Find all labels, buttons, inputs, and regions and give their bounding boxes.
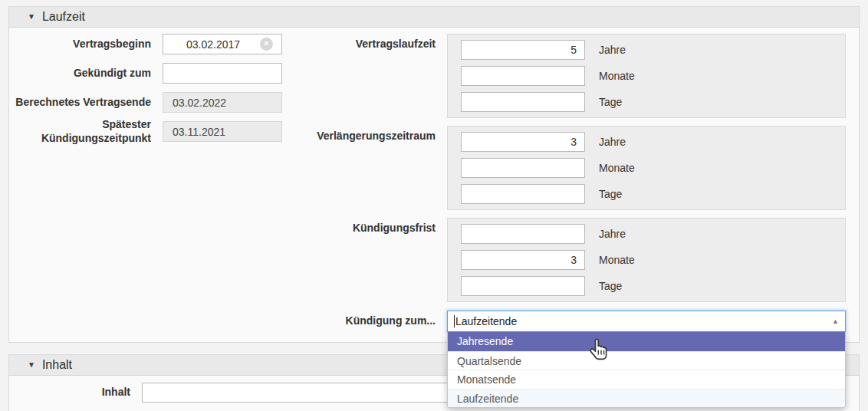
option-laufzeitende[interactable]: Laufzeitende bbox=[448, 389, 845, 408]
tage-unit-label: Tage bbox=[599, 276, 622, 296]
option-quartalsende[interactable]: Quartalsende bbox=[448, 351, 845, 370]
verlaengerungszeitraum-label: Verlängerungszeitraum bbox=[291, 127, 436, 146]
chevron-up-icon[interactable]: ▲ bbox=[832, 317, 839, 325]
berechnetes-vertragsende-label: Berechnetes Vertragsende bbox=[8, 92, 151, 113]
kuendigung-zum-dropdown: Jahresende Quartalsende Monatsende Laufz… bbox=[447, 332, 846, 408]
option-jahresende[interactable]: Jahresende bbox=[448, 332, 845, 351]
kuendigungsfrist-jahre-input[interactable] bbox=[461, 224, 585, 244]
jahre-unit-label: Jahre bbox=[599, 40, 626, 60]
monate-unit-label: Monate bbox=[599, 66, 635, 86]
monate-unit-label: Monate bbox=[599, 158, 635, 178]
option-monatsende[interactable]: Monatsende bbox=[448, 370, 845, 389]
monate-unit-label: Monate bbox=[599, 250, 635, 270]
inhalt-label: Inhalt bbox=[0, 383, 130, 403]
clear-icon[interactable]: ✕ bbox=[260, 38, 273, 51]
collapse-icon[interactable]: ▼ bbox=[28, 361, 35, 369]
vertragslaufzeit-jahre-input[interactable] bbox=[461, 40, 585, 60]
jahre-unit-label: Jahre bbox=[599, 224, 626, 244]
gekuendigt-zum-label: Gekündigt zum bbox=[8, 63, 151, 84]
verlaengerungszeitraum-group: Jahre Monate Tage bbox=[447, 126, 846, 210]
vertragslaufzeit-group: Jahre Monate Tage bbox=[447, 34, 846, 118]
kuendigungsfrist-tage-input[interactable] bbox=[461, 276, 585, 296]
verlaengerung-monate-input[interactable] bbox=[461, 158, 585, 178]
tage-unit-label: Tage bbox=[599, 92, 622, 112]
vertragsbeginn-label: Vertragsbeginn bbox=[8, 34, 151, 54]
spaetester-kuendigungszeitpunkt-field bbox=[163, 121, 282, 142]
vertragslaufzeit-tage-input[interactable] bbox=[461, 92, 585, 112]
verlaengerung-jahre-input[interactable] bbox=[461, 132, 585, 152]
kuendigung-zum-combobox[interactable]: Laufzeitende ▲ bbox=[447, 311, 846, 332]
jahre-unit-label: Jahre bbox=[599, 132, 626, 152]
kuendigungsfrist-label: Kündigungsfrist bbox=[291, 219, 436, 238]
kuendigung-zum-label: Kündigung zum... bbox=[291, 311, 436, 332]
gekuendigt-zum-input[interactable] bbox=[163, 63, 282, 84]
text-caret bbox=[454, 315, 455, 327]
berechnetes-vertragsende-field bbox=[163, 92, 282, 113]
inhalt-section-title: Inhalt bbox=[42, 358, 72, 372]
kuendigungsfrist-monate-input[interactable] bbox=[461, 250, 585, 270]
kuendigungsfrist-group: Jahre Monate Tage bbox=[447, 218, 846, 302]
contract-form-page: ▼ Laufzeit Vertragsbeginn ✕ Gekündigt zu… bbox=[0, 0, 868, 411]
tage-unit-label: Tage bbox=[599, 184, 622, 204]
vertragslaufzeit-label: Vertragslaufzeit bbox=[291, 35, 436, 54]
kuendigung-zum-value: Laufzeitende bbox=[455, 315, 517, 327]
laufzeit-section-title: Laufzeit bbox=[42, 10, 85, 24]
laufzeit-section-header[interactable]: ▼ Laufzeit bbox=[9, 7, 859, 28]
verlaengerung-tage-input[interactable] bbox=[461, 184, 585, 204]
spaetester-kuendigungszeitpunkt-label: Spätester Kündigungszeitpunkt bbox=[8, 116, 151, 147]
collapse-icon[interactable]: ▼ bbox=[28, 13, 35, 21]
vertragslaufzeit-monate-input[interactable] bbox=[461, 66, 585, 86]
